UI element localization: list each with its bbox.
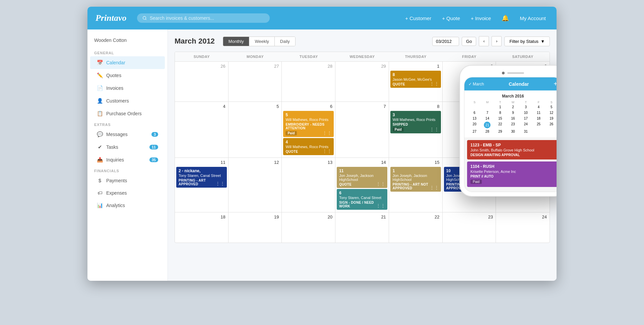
phone-event-1[interactable]: 1123 - EMB - SP John Smith, Buffalo Grov… <box>467 140 557 159</box>
phone-cal-9[interactable]: 9 <box>507 110 519 115</box>
phone-cal-18[interactable]: 18 <box>532 116 544 121</box>
cell-12[interactable]: 12 <box>229 158 282 212</box>
sidebar-item-analytics[interactable]: 📊 Analytics <box>90 199 165 212</box>
event-2[interactable]: 2 - nickane, Tony Staren, Canal Street P… <box>176 167 227 188</box>
phone-cal-21-today[interactable]: 21 <box>481 122 493 128</box>
phone-cal-24[interactable]: 24 <box>520 122 532 128</box>
month-input[interactable] <box>432 37 459 46</box>
sidebar-label-payments: Payments <box>106 178 127 183</box>
prev-month-button[interactable]: ‹ <box>479 36 489 46</box>
sidebar-item-customers[interactable]: 👤 Customers <box>90 94 165 107</box>
monthly-view-button[interactable]: Monthly <box>223 37 250 46</box>
cell-13[interactable]: 13 <box>282 158 335 212</box>
sidebar-item-quotes[interactable]: ✏️ Quotes <box>90 69 165 82</box>
notifications-bell[interactable]: 🔔 <box>499 13 512 23</box>
cell-5[interactable]: 5 <box>229 102 282 157</box>
sidebar-label-customers: Customers <box>106 98 129 104</box>
phone-cal-16[interactable]: 16 <box>507 116 519 121</box>
sidebar: Wooden Cotton GENERAL 📅 Calendar ✏️ Quot… <box>87 29 168 281</box>
search-input[interactable] <box>150 15 265 21</box>
cell-21[interactable]: 21 <box>335 212 389 243</box>
phone-add-button[interactable]: + <box>554 80 557 88</box>
phone-cal-6[interactable]: 6 <box>468 110 480 115</box>
cell-11[interactable]: 11 2 - nickane, Tony Staren, Canal Stree… <box>175 158 229 212</box>
phone-cal-3[interactable]: 3 <box>520 105 532 110</box>
cell-6[interactable]: 6 5 Will Mathews, Roco Prints EMBROIDERY… <box>282 102 335 157</box>
cell-26[interactable]: 26 <box>175 62 229 102</box>
search-bar[interactable] <box>137 13 270 23</box>
cell-29[interactable]: 29 <box>335 62 389 102</box>
phone-cal-22[interactable]: 22 <box>494 122 506 128</box>
phone-cal-31[interactable]: 31 <box>520 129 532 134</box>
next-month-button[interactable]: › <box>492 36 502 46</box>
event-6[interactable]: 6 Tony Staren, Canal Street SIGN - DONE … <box>337 189 387 210</box>
add-quote-button[interactable]: + Quote <box>439 14 463 22</box>
cell-7[interactable]: 7 <box>335 102 389 157</box>
cell-19[interactable]: 19 <box>229 212 282 243</box>
sidebar-item-purchase-orders[interactable]: 📋 Purchase Orders <box>90 107 165 120</box>
cell-23[interactable]: 23 <box>443 212 496 243</box>
cell-15[interactable]: 15 1 Jon Joseph, Jackson HighSchool PRIN… <box>389 158 443 212</box>
phone-cal-20[interactable]: 20 <box>468 122 480 128</box>
phone-cal-26[interactable]: 26 <box>545 122 557 128</box>
phone-event-2[interactable]: 1104 - RUSH Krisette Peterson, Acme Inc … <box>467 161 557 187</box>
phone-cal-1[interactable]: 1 <box>494 105 506 110</box>
daily-view-button[interactable]: Daily <box>275 37 295 46</box>
cell-14[interactable]: 14 11 Jon Joseph, Jackson HighSchool QUO… <box>335 158 389 212</box>
calendar-days-header: SUNDAY MONDAY TUESDAY WEDNESDAY THURSDAY… <box>175 52 550 62</box>
go-button[interactable]: Go <box>462 37 476 46</box>
event-8[interactable]: 8 Jason McGee, McGee's QUOTE ⋮⋮ <box>390 71 441 88</box>
sidebar-item-inquiries[interactable]: 📥 Inquiries 35 <box>90 153 165 166</box>
phone-cal-14[interactable]: 14 <box>481 116 493 121</box>
cell-22[interactable]: 22 <box>389 212 443 243</box>
add-customer-button[interactable]: + Customer <box>402 14 434 22</box>
cell-8[interactable]: 8 3 Will Mathews, Roco Prints SHIPPED Pa… <box>389 102 443 157</box>
view-toggle: Monthly Weekly Daily <box>223 37 296 46</box>
day-monday: MONDAY <box>229 52 282 61</box>
cell-27[interactable]: 27 <box>229 62 282 102</box>
phone-cal-12[interactable]: 12 <box>545 110 557 115</box>
phone-cal-30[interactable]: 30 <box>507 129 519 134</box>
phone-cal-7[interactable]: 7 <box>481 110 493 115</box>
cell-24[interactable]: 24 <box>496 212 550 243</box>
phone-cal-23[interactable]: 23 <box>507 122 519 128</box>
phone-day-t2: T <box>520 101 532 104</box>
event-11[interactable]: 11 Jon Joseph, Jackson HighSchool QUOTE … <box>337 167 387 188</box>
filter-status-button[interactable]: Filter by Status ▼ <box>504 37 550 46</box>
event-3[interactable]: 3 Will Mathews, Roco Prints SHIPPED Paid… <box>390 111 441 133</box>
phone-cal-28[interactable]: 28 <box>481 129 493 134</box>
phone-cal-8[interactable]: 8 <box>494 110 506 115</box>
cell-4[interactable]: 4 <box>175 102 229 157</box>
phone-cal-19[interactable]: 19 <box>545 116 557 121</box>
weekly-view-button[interactable]: Weekly <box>249 37 274 46</box>
cell-20[interactable]: 20 <box>282 212 335 243</box>
sidebar-item-messages[interactable]: 💬 Messages 3 <box>90 128 165 141</box>
phone-cal-4[interactable]: 4 <box>532 105 544 110</box>
event-5[interactable]: 5 Will Mathews, Roco Prints EMBROIDERY -… <box>283 111 334 137</box>
event-4[interactable]: 4 Will Mathews, Roco Prints QUOTE ⋮⋮ <box>283 138 334 155</box>
sidebar-item-payments[interactable]: $ Payments <box>90 174 165 187</box>
cell-28[interactable]: 28 <box>282 62 335 102</box>
add-invoice-button[interactable]: + Invoice <box>468 14 494 22</box>
sidebar-item-calendar[interactable]: 📅 Calendar <box>90 56 165 69</box>
phone-cal-25[interactable]: 25 <box>532 122 544 128</box>
phone-cal-10[interactable]: 10 <box>520 110 532 115</box>
phone-cal-13[interactable]: 13 <box>468 116 480 121</box>
my-account-button[interactable]: My Account <box>517 14 549 22</box>
phone-cal-15[interactable]: 15 <box>494 116 506 121</box>
sidebar-item-tasks[interactable]: ✔ Tasks 11 <box>90 141 165 153</box>
phone-cal-2[interactable]: 2 <box>507 105 519 110</box>
sidebar-item-expenses[interactable]: 🏷 Expenses <box>90 187 165 199</box>
phone-cal-17[interactable]: 17 <box>520 116 532 121</box>
day-tuesday: TUESDAY <box>282 52 335 61</box>
sidebar-label-purchase-orders: Purchase Orders <box>106 111 142 116</box>
cell-18[interactable]: 18 <box>175 212 229 243</box>
phone-back-button[interactable]: ✓ March <box>468 82 484 86</box>
phone-cal-11[interactable]: 11 <box>532 110 544 115</box>
event-1[interactable]: 1 Jon Joseph, Jackson HighSchool PRINTIN… <box>390 167 441 192</box>
phone-cal-29[interactable]: 29 <box>494 129 506 134</box>
sidebar-item-invoices[interactable]: 📄 Invoices <box>90 82 165 94</box>
phone-cal-5[interactable]: 5 <box>545 105 557 110</box>
phone-cal-27[interactable]: 27 <box>468 129 480 134</box>
cell-1[interactable]: 1 8 Jason McGee, McGee's QUOTE ⋮⋮ <box>389 62 443 102</box>
